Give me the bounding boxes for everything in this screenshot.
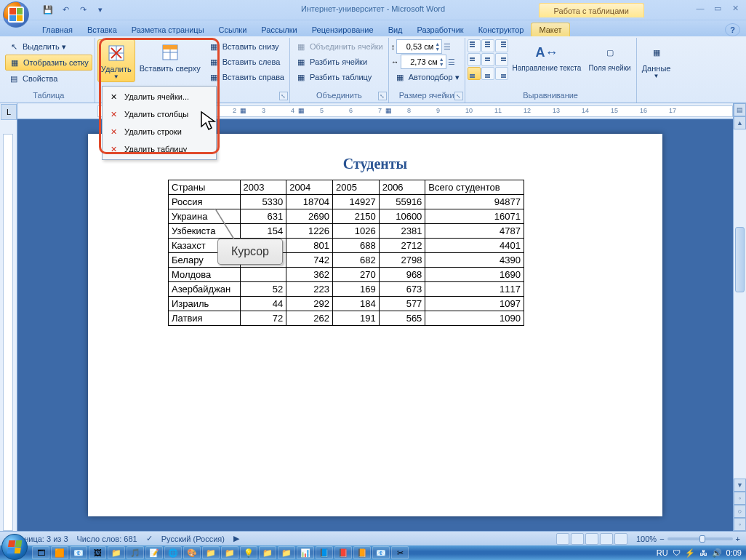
col-width-input[interactable]: ▲▼ xyxy=(401,55,446,69)
tab-insert[interactable]: Вставка xyxy=(80,23,124,36)
ql-item[interactable]: 📧 xyxy=(372,546,390,559)
ql-item[interactable]: 📁 xyxy=(259,546,276,559)
ruler-toggle-icon[interactable]: ▤ xyxy=(734,103,746,116)
tab-developer[interactable]: Разработчик xyxy=(410,23,471,36)
tray-network-icon[interactable]: 🖧 xyxy=(699,548,707,557)
ql-item[interactable]: ✂ xyxy=(391,546,409,559)
tray-lang[interactable]: RU xyxy=(657,548,668,557)
tab-mailings[interactable]: Рассылки xyxy=(254,23,304,36)
data-button[interactable]: ▦ Данные ▼ xyxy=(639,39,674,81)
start-button[interactable] xyxy=(1,534,28,560)
insert-right-button[interactable]: ▦Вставить справа xyxy=(205,70,287,84)
ql-item[interactable]: 📁 xyxy=(278,546,295,559)
zoom-slider[interactable] xyxy=(667,537,733,540)
ql-item[interactable]: 📊 xyxy=(297,546,314,559)
scroll-up-icon[interactable]: ▲ xyxy=(734,116,746,129)
view-gridlines-button[interactable]: ▦Отобразить сетку xyxy=(5,55,92,71)
status-proof-icon[interactable]: ✓ xyxy=(146,534,153,543)
tab-review[interactable]: Рецензирование xyxy=(305,23,381,36)
insert-below-icon: ▦ xyxy=(208,41,220,52)
insert-above-button[interactable]: Вставить сверху xyxy=(137,39,204,74)
view-fullscreen[interactable] xyxy=(571,533,584,545)
tab-selector[interactable]: L xyxy=(1,104,17,120)
zoom-in-icon[interactable]: + xyxy=(736,535,740,543)
rowscols-dialog-launcher[interactable]: ⤡ xyxy=(279,92,288,100)
ql-item[interactable]: 🖼 xyxy=(89,546,106,559)
delete-table-item[interactable]: ✕Удалить таблицу xyxy=(104,140,214,158)
distribute-cols-icon[interactable]: ☰ xyxy=(448,57,455,67)
tab-references[interactable]: Ссылки xyxy=(212,23,254,36)
ql-item[interactable]: 📕 xyxy=(334,546,352,559)
tray-volume-icon[interactable]: 🔊 xyxy=(712,548,722,558)
select-button[interactable]: ↖Выделить ▾ xyxy=(5,39,92,54)
restore-button[interactable]: ▭ xyxy=(710,1,726,15)
minimize-button[interactable]: — xyxy=(692,1,708,15)
split-table-button[interactable]: ▦Разбить таблицу xyxy=(292,70,386,84)
tray-battery-icon[interactable]: 🛡 xyxy=(673,548,681,557)
delete-rows-item[interactable]: ✕Удалить строки xyxy=(104,123,214,140)
ql-item[interactable]: 📁 xyxy=(108,546,125,559)
ql-item[interactable]: 📁 xyxy=(202,546,220,559)
properties-button[interactable]: ▤Свойства xyxy=(5,71,92,86)
text-direction-button[interactable]: A↔ Направление текста xyxy=(510,39,585,73)
merge-dialog-launcher[interactable]: ⤡ xyxy=(378,92,387,100)
qat-dropdown-icon[interactable]: ▾ xyxy=(93,3,108,17)
statusbar: Страница: 3 из 3 Число слов: 681 ✓ Русск… xyxy=(0,531,746,545)
delete-columns-item[interactable]: ✕Удалить столбцы xyxy=(104,105,214,123)
ql-item[interactable]: 💡 xyxy=(240,546,257,559)
view-outline[interactable] xyxy=(600,533,613,545)
zoom-level[interactable]: 100% xyxy=(636,535,657,543)
distribute-rows-icon[interactable]: ☰ xyxy=(444,42,451,52)
tab-view[interactable]: Вид xyxy=(381,23,410,36)
undo-icon[interactable]: ↶ xyxy=(58,3,73,17)
tray-clock[interactable]: 0:09 xyxy=(726,548,742,557)
ql-item[interactable]: 📘 xyxy=(316,546,333,559)
ql-item[interactable]: 🗔 xyxy=(32,546,49,559)
save-icon[interactable]: 💾 xyxy=(41,3,55,17)
delete-cells-item[interactable]: ✕Удалить ячейки... xyxy=(104,88,214,105)
zoom-out-icon[interactable]: − xyxy=(659,535,664,543)
tab-layout[interactable]: Макет xyxy=(531,23,569,36)
browse-object-icon[interactable]: ○ xyxy=(734,505,746,518)
ql-item[interactable]: 📧 xyxy=(70,546,87,559)
tab-design[interactable]: Конструктор xyxy=(471,23,532,36)
status-macro-icon[interactable]: ▶ xyxy=(233,534,239,543)
close-button[interactable]: ✕ xyxy=(727,1,743,15)
insert-left-button[interactable]: ▦Вставить слева xyxy=(205,55,287,69)
delete-button[interactable]: Удалить ▼ xyxy=(97,39,135,82)
tab-pagelayout[interactable]: Разметка страницы xyxy=(124,23,212,36)
ql-item[interactable]: 🎵 xyxy=(127,546,144,559)
delete-columns-icon: ✕ xyxy=(107,108,120,121)
ql-item[interactable]: 🌐 xyxy=(164,546,182,559)
alignment-grid[interactable] xyxy=(468,39,508,80)
prev-page-icon[interactable]: ◦ xyxy=(734,492,746,505)
status-language[interactable]: Русский (Россия) xyxy=(161,535,225,543)
ql-item[interactable]: 📝 xyxy=(145,546,163,559)
ql-item[interactable]: 🟧 xyxy=(51,546,68,559)
autofit-button[interactable]: ▦Автоподбор ▾ xyxy=(391,70,462,84)
page-scroll-area[interactable]: Студенты Страны 2003 2004 2005 2006 Всег… xyxy=(17,119,733,531)
row-height-input[interactable]: ▲▼ xyxy=(396,39,442,54)
scroll-thumb[interactable] xyxy=(735,227,745,292)
ql-item[interactable]: 📙 xyxy=(353,546,371,559)
split-cells-button[interactable]: ▦Разбить ячейки xyxy=(292,55,386,69)
merge-cells-button[interactable]: ▦Объединить ячейки xyxy=(292,39,386,54)
size-dialog-launcher[interactable]: ⤡ xyxy=(454,92,463,100)
view-draft[interactable] xyxy=(614,533,627,545)
insert-below-button[interactable]: ▦Вставить снизу xyxy=(205,39,287,54)
view-print-layout[interactable] xyxy=(556,533,569,545)
ql-item[interactable]: 📁 xyxy=(221,546,238,559)
redo-icon[interactable]: ↷ xyxy=(76,3,90,17)
delete-cells-icon: ✕ xyxy=(107,90,120,103)
ql-item[interactable]: 🎨 xyxy=(183,546,201,559)
office-button[interactable] xyxy=(3,1,29,28)
scroll-down-icon[interactable]: ▼ xyxy=(734,479,746,492)
status-wordcount[interactable]: Число слов: 681 xyxy=(77,535,137,543)
cell-margins-button[interactable]: ▢ Поля ячейки xyxy=(585,39,633,73)
vertical-scrollbar[interactable]: ▤ ▲ ▼ ◦ ○ ◦ xyxy=(733,103,746,531)
help-icon[interactable]: ? xyxy=(725,23,740,36)
tab-home[interactable]: Главная xyxy=(35,23,80,36)
view-web[interactable] xyxy=(585,533,598,545)
next-page-icon[interactable]: ◦ xyxy=(734,518,746,531)
tray-sound-icon[interactable]: ⚡ xyxy=(685,548,695,558)
